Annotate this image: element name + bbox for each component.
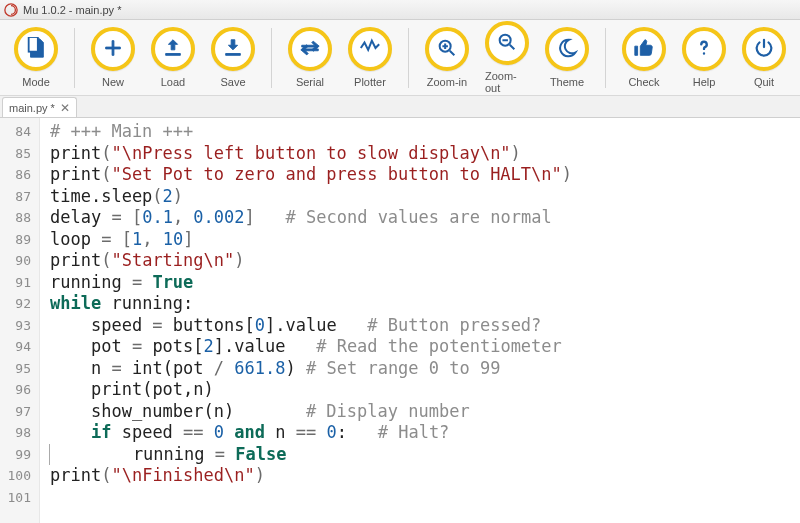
help-button[interactable]: Help [682,27,726,88]
line-number: 98 [6,422,31,444]
line-number: 87 [6,186,31,208]
close-icon[interactable]: ✕ [60,102,70,114]
toolbar-separator [271,28,272,88]
quit-label: Quit [754,76,774,88]
plus-icon [102,37,124,62]
toolbar-separator [408,28,409,88]
line-number: 97 [6,401,31,423]
download-icon [222,37,244,62]
code-line[interactable]: show_number(n) # Display number [50,401,572,423]
line-gutter: 84858687888990919293949596979899100101 [0,118,40,523]
tab-strip: main.py * ✕ [0,96,800,118]
new-button[interactable]: New [91,27,135,88]
code-line[interactable]: delay = [0.1, 0.002] # Second values are… [50,207,572,229]
line-number: 94 [6,336,31,358]
line-number: 85 [6,143,31,165]
line-number: 91 [6,272,31,294]
svg-rect-1 [29,37,38,52]
code-line[interactable]: while running: [50,293,572,315]
mode-button[interactable]: Mode [14,27,58,88]
save-button[interactable]: Save [211,27,255,88]
line-number: 96 [6,379,31,401]
save-label: Save [220,76,245,88]
app-icon [4,3,18,17]
code-line[interactable]: print(pot,n) [50,379,572,401]
new-label: New [102,76,124,88]
theme-button[interactable]: Theme [545,27,589,88]
line-number: 100 [6,465,31,487]
zoom-out-icon [496,31,518,56]
moon-icon [556,37,578,62]
line-number: 86 [6,164,31,186]
zoom-in-button[interactable]: Zoom-in [425,27,469,88]
code-line[interactable]: # +++ Main +++ [50,121,572,143]
zoom-in-icon [436,37,458,62]
line-number: 101 [6,487,31,509]
theme-label: Theme [550,76,584,88]
toolbar-separator [605,28,606,88]
load-label: Load [161,76,185,88]
serial-button[interactable]: Serial [288,27,332,88]
line-number: 84 [6,121,31,143]
zoom-out-label: Zoom-out [485,70,529,94]
line-number: 92 [6,293,31,315]
tab-main[interactable]: main.py * ✕ [2,97,77,117]
mode-icon [25,37,47,62]
toolbar: Mode New Load Save Serial Plotter Z [0,20,800,96]
thumb-up-icon [633,37,655,62]
help-label: Help [693,76,716,88]
plotter-label: Plotter [354,76,386,88]
code-editor[interactable]: 84858687888990919293949596979899100101 #… [0,118,800,523]
line-number: 99 [6,444,31,466]
plotter-button[interactable]: Plotter [348,27,392,88]
power-icon [753,37,775,62]
code-line[interactable]: n = int(pot / 661.8) # Set range 0 to 99 [50,358,572,380]
line-number: 89 [6,229,31,251]
code-line[interactable]: running = True [50,272,572,294]
question-icon [693,37,715,62]
code-line[interactable]: loop = [1, 10] [50,229,572,251]
mode-label: Mode [22,76,50,88]
window-title: Mu 1.0.2 - main.py * [23,4,121,16]
code-line[interactable]: pot = pots[2].value # Read the potentiom… [50,336,572,358]
line-number: 95 [6,358,31,380]
code-line[interactable]: print("Set Pot to zero and press button … [50,164,572,186]
check-label: Check [628,76,659,88]
serial-icon [299,37,321,62]
serial-label: Serial [296,76,324,88]
load-button[interactable]: Load [151,27,195,88]
code-line[interactable]: if speed == 0 and n == 0: # Halt? [50,422,572,444]
code-line[interactable]: time.sleep(2) [50,186,572,208]
check-button[interactable]: Check [622,27,666,88]
code-line[interactable]: print("\nPress left button to slow displ… [50,143,572,165]
zoom-out-button[interactable]: Zoom-out [485,21,529,94]
code-line[interactable]: print("\nFinished\n") [50,465,572,487]
tab-label: main.py * [9,102,55,114]
line-number: 88 [6,207,31,229]
quit-button[interactable]: Quit [742,27,786,88]
line-number: 90 [6,250,31,272]
code-line[interactable] [50,487,572,509]
code-line[interactable]: speed = buttons[0].value # Button presse… [50,315,572,337]
code-line[interactable]: running = False [49,444,572,466]
window-titlebar: Mu 1.0.2 - main.py * [0,0,800,20]
code-line[interactable]: print("Starting\n") [50,250,572,272]
plotter-icon [359,37,381,62]
code-area[interactable]: # +++ Main +++print("\nPress left button… [40,118,572,523]
upload-icon [162,37,184,62]
toolbar-separator [74,28,75,88]
line-number: 93 [6,315,31,337]
zoom-in-label: Zoom-in [427,76,467,88]
